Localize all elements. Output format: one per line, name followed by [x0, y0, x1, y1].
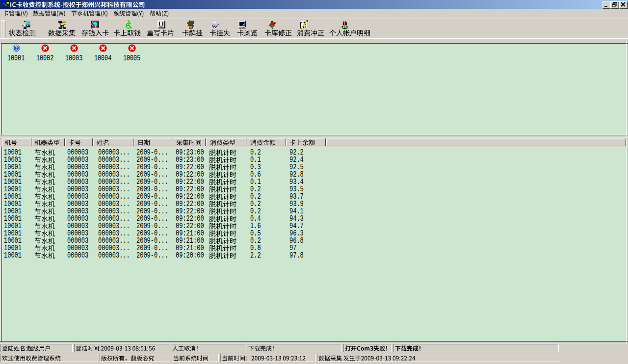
svg-text:?: ?: [15, 45, 18, 51]
